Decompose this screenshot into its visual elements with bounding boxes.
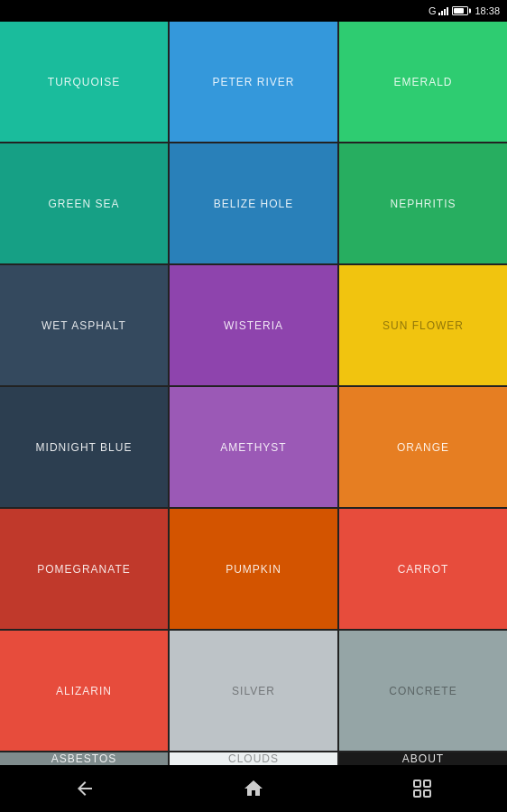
- color-label: ORANGE: [397, 441, 449, 454]
- color-label: ALIZARIN: [56, 685, 112, 697]
- color-label: WISTERIA: [224, 319, 283, 332]
- color-label: BELIZE HOLE: [214, 198, 293, 210]
- color-label: ABOUT: [402, 752, 444, 765]
- color-cell-clouds[interactable]: CLOUDS: [170, 752, 337, 765]
- color-cell-carrot[interactable]: CARROT: [339, 509, 507, 629]
- color-cell-nephritis[interactable]: NEPHRITIS: [339, 143, 507, 263]
- color-label: POMEGRANATE: [37, 563, 130, 576]
- color-label: SILVER: [232, 685, 275, 697]
- signal-icon: [438, 6, 449, 15]
- color-label: MIDNIGHT BLUE: [36, 441, 133, 454]
- svg-rect-0: [414, 780, 420, 787]
- home-button[interactable]: [235, 770, 272, 807]
- color-cell-green-sea[interactable]: GREEN SEA: [0, 143, 168, 263]
- color-grid: TURQUOISEPETER RIVEREMERALDGREEN SEABELI…: [0, 22, 507, 765]
- color-cell-amethyst[interactable]: AMETHYST: [170, 387, 337, 507]
- color-cell-wet-asphalt[interactable]: WET ASPHALT: [0, 265, 168, 385]
- nav-bar: [0, 765, 507, 812]
- color-cell-concrete[interactable]: CONCRETE: [339, 631, 507, 751]
- color-cell-asbestos[interactable]: ASBESTOS: [0, 752, 168, 765]
- color-cell-alizarin[interactable]: ALIZARIN: [0, 631, 168, 751]
- color-label: GREEN SEA: [48, 198, 119, 210]
- color-cell-emerald[interactable]: EMERALD: [339, 22, 507, 142]
- color-cell-sun-flower[interactable]: SUN FLOWER: [339, 265, 507, 385]
- color-cell-silver[interactable]: SILVER: [170, 631, 337, 751]
- color-cell-turquoise[interactable]: TURQUOISE: [0, 22, 168, 142]
- color-label: TURQUOISE: [48, 76, 120, 88]
- time-display: 18:38: [475, 5, 500, 16]
- color-label: ASBESTOS: [51, 752, 116, 765]
- color-label: SUN FLOWER: [383, 319, 464, 332]
- color-cell-orange[interactable]: ORANGE: [339, 387, 507, 507]
- color-label: AMETHYST: [220, 441, 286, 454]
- color-cell-midnight-blue[interactable]: MIDNIGHT BLUE: [0, 387, 168, 507]
- color-label: PETER RIVER: [212, 76, 294, 88]
- signal-text: G: [429, 5, 437, 16]
- color-cell-wisteria[interactable]: WISTERIA: [170, 265, 337, 385]
- svg-rect-3: [424, 790, 430, 797]
- color-label: CLOUDS: [228, 752, 279, 765]
- color-cell-about[interactable]: ABOUT: [339, 752, 507, 765]
- color-cell-pumpkin[interactable]: PUMPKIN: [170, 509, 337, 629]
- status-bar: G 18:38: [0, 0, 507, 22]
- recents-button[interactable]: [404, 770, 440, 807]
- color-label: EMERALD: [393, 76, 452, 88]
- svg-rect-2: [414, 790, 420, 797]
- color-label: WET ASPHALT: [41, 319, 126, 332]
- color-label: NEPHRITIS: [390, 198, 456, 210]
- svg-rect-1: [424, 780, 430, 787]
- color-cell-pomegranate[interactable]: POMEGRANATE: [0, 509, 168, 629]
- color-label: CONCRETE: [389, 685, 456, 697]
- color-cell-belize-hole[interactable]: BELIZE HOLE: [170, 143, 337, 263]
- back-button[interactable]: [67, 770, 103, 807]
- color-cell-peter-river[interactable]: PETER RIVER: [170, 22, 337, 142]
- battery-icon: [452, 6, 468, 15]
- color-label: CARROT: [398, 563, 449, 576]
- color-label: PUMPKIN: [226, 563, 281, 576]
